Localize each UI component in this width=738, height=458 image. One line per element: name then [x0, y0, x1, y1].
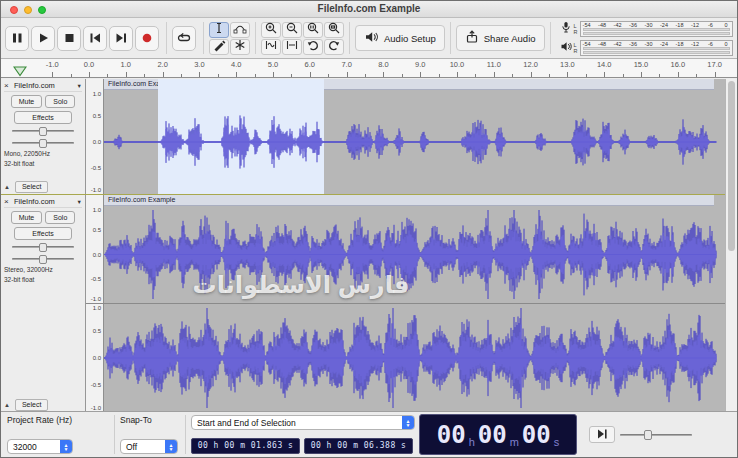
silence-audio-button[interactable] — [282, 39, 302, 55]
ruler-tick — [494, 72, 495, 77]
select-button[interactable]: Select — [15, 181, 48, 193]
selection-toolbar: Project Rate (Hz) 32000 ▲▼ Snap-To Off ▲… — [1, 411, 737, 457]
ruler-label: 0.0 — [84, 60, 94, 69]
selection-start-time[interactable]: 00 h 00 m 01.863 s — [191, 438, 300, 454]
waveform-area[interactable] — [104, 304, 725, 412]
pause-button[interactable] — [5, 26, 29, 51]
waveform-area[interactable]: FileInfo.com Example — [104, 195, 725, 303]
scale-label: -0.5 — [91, 165, 101, 171]
mute-button[interactable]: Mute — [11, 95, 43, 108]
selection-mode-select[interactable]: Start and End of Selection ▲▼ — [191, 415, 415, 430]
traffic-lights — [10, 6, 46, 14]
ruler-minor-tick — [71, 74, 72, 77]
selection-tool-button[interactable] — [209, 22, 229, 38]
zoom-fit-button[interactable] — [324, 22, 344, 38]
vertical-scrollbar[interactable] — [725, 79, 737, 411]
meter-scale-label: -30 — [645, 41, 653, 47]
timeline-ruler[interactable]: -1.00.01.02.03.04.05.06.07.08.09.010.011… — [1, 59, 737, 78]
audio-position-display[interactable]: 00h 00m 00s — [419, 414, 577, 455]
loop-button[interactable] — [172, 26, 196, 51]
record-button[interactable] — [135, 26, 159, 51]
track-menu-arrow-icon[interactable]: ▼ — [77, 199, 82, 205]
stop-button[interactable] — [57, 26, 81, 51]
recording-meter[interactable]: LR -54-48-42-36-30-24-18-12-60 — [560, 20, 733, 38]
play-at-speed-button[interactable] — [589, 426, 615, 443]
ruler-minor-tick — [144, 74, 145, 77]
meter-scale-label: -36 — [629, 22, 637, 28]
collapse-track-icon[interactable]: ▲ — [4, 402, 10, 408]
waveform-mono — [104, 79, 725, 194]
playback-meter-bar[interactable]: -54-48-42-36-30-24-18-12-60 — [580, 40, 733, 56]
draw-tool-button[interactable] — [209, 39, 229, 55]
pan-slider[interactable] — [12, 139, 74, 148]
playback-speaker-icon — [560, 39, 572, 57]
ruler-minor-tick — [255, 74, 256, 77]
audio-setup-button[interactable]: Audio Setup — [355, 25, 445, 51]
gain-slider-thumb[interactable] — [39, 127, 47, 136]
skip-to-end-button[interactable] — [109, 26, 133, 51]
track-close-icon[interactable]: × — [4, 197, 11, 207]
ruler-label: -1.0 — [46, 60, 59, 69]
scale-label: -0.5 — [91, 276, 101, 282]
ruler-tick — [420, 72, 421, 77]
pan-slider-thumb[interactable] — [39, 139, 47, 148]
skip-to-start-button[interactable] — [83, 26, 107, 51]
project-rate-select[interactable]: 32000 ▲▼ — [7, 439, 73, 454]
play-button[interactable] — [31, 26, 55, 51]
effects-button[interactable]: Effects — [14, 227, 72, 240]
track-control-panel: × FileInfo.com ▼ Mute Solo Effects Mono,… — [1, 79, 86, 194]
snap-to-value: Off — [126, 442, 137, 452]
toolbar-separator — [349, 22, 350, 54]
ruler-label: 10.0 — [450, 60, 465, 69]
pan-slider-thumb[interactable] — [39, 255, 47, 264]
effects-button[interactable]: Effects — [14, 111, 72, 124]
waveform-area[interactable]: FileInfo.com Example — [104, 79, 725, 194]
left-channel: 1.00.50.0-0.5-1.0 FileInfo.com Example — [86, 195, 725, 303]
gain-slider-thumb[interactable] — [39, 243, 47, 252]
snap-to-label: Snap-To — [120, 415, 180, 425]
ruler-label: 12.0 — [523, 60, 538, 69]
collapse-track-icon[interactable]: ▲ — [4, 184, 10, 190]
undo-button[interactable] — [303, 39, 323, 55]
minutes-unit: m — [510, 436, 519, 454]
track-close-icon[interactable]: × — [4, 81, 11, 91]
pan-slider[interactable] — [12, 255, 74, 264]
ruler-tick — [199, 72, 200, 77]
ruler-minor-tick — [181, 74, 182, 77]
edit-toolbar — [261, 22, 344, 55]
play-speed-slider[interactable] — [620, 430, 692, 440]
stepper-icon: ▲▼ — [402, 416, 414, 429]
meter-scale-label: -24 — [660, 22, 668, 28]
meter-channel-labels: LR — [574, 23, 578, 35]
trim-audio-button[interactable] — [261, 39, 281, 55]
snap-to-select[interactable]: Off ▲▼ — [120, 439, 178, 454]
track-bitdepth-info: 32-bit float — [4, 276, 82, 284]
minimize-window-button[interactable] — [24, 6, 32, 14]
selection-end-time[interactable]: 00 h 00 m 06.388 s — [304, 438, 413, 454]
zoom-selection-button[interactable] — [303, 22, 323, 38]
gain-slider[interactable] — [12, 243, 74, 252]
zoom-in-button[interactable] — [261, 22, 281, 38]
vertical-scrollbar-thumb[interactable] — [728, 81, 735, 251]
recording-meter-bar[interactable]: -54-48-42-36-30-24-18-12-60 — [580, 21, 733, 37]
timeline-pin-icon[interactable] — [13, 63, 27, 81]
microphone-icon — [560, 20, 572, 38]
zoom-out-button[interactable] — [282, 22, 302, 38]
play-speed-slider-thumb[interactable] — [644, 430, 652, 440]
share-audio-button[interactable]: Share Audio — [456, 25, 545, 51]
gain-slider[interactable] — [12, 127, 74, 136]
track-menu-arrow-icon[interactable]: ▼ — [77, 83, 82, 89]
solo-button[interactable]: Solo — [45, 211, 75, 224]
main-toolbar: Audio Setup Share Audio LR -54-48-42-36-… — [1, 18, 737, 59]
mute-button[interactable]: Mute — [11, 211, 43, 224]
redo-button[interactable] — [324, 39, 344, 55]
zoom-window-button[interactable] — [38, 6, 46, 14]
envelope-tool-button[interactable] — [230, 22, 250, 38]
track-name[interactable]: FileInfo.com — [14, 81, 74, 90]
close-window-button[interactable] — [10, 6, 18, 14]
solo-button[interactable]: Solo — [45, 95, 75, 108]
playback-meter[interactable]: LR -54-48-42-36-30-24-18-12-60 — [560, 39, 733, 57]
track-name[interactable]: FileInfo.com — [14, 197, 74, 206]
multi-tool-button[interactable] — [230, 39, 250, 55]
select-button[interactable]: Select — [15, 399, 48, 411]
